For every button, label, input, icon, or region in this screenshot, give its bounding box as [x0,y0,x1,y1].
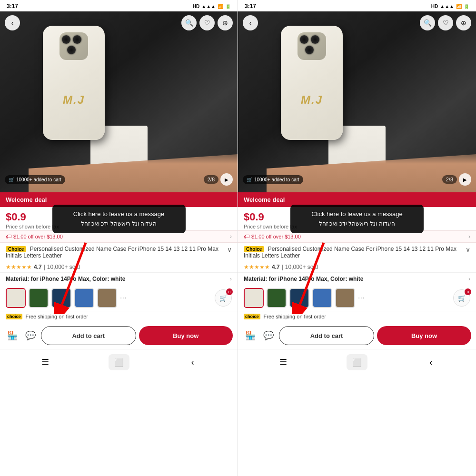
swatch-darkblue-right[interactable] [289,288,309,308]
status-bar-left: 3:17 HD ▲▲▲ 📶 🔋 [0,0,238,11]
swatch-brown-left[interactable] [97,288,117,308]
swatch-blue-right[interactable] [312,288,332,308]
action-bar-right: 🏪 💬 Add to cart Buy now [238,322,476,349]
shipping-text-left: Free shipping on first order [22,314,89,319]
monogram-right: M.J [301,93,323,107]
top-nav-left: ‹ 🔍 ♡ ⊕ [0,11,238,34]
swatches-row-right: ··· 🛒 8 [238,285,476,311]
bottom-nav-left: ☰ ⬜ ‹ [0,349,238,375]
tooltip-line2-right: העדוה ונל ריאשהל ידכ ואכ זחל [298,219,416,228]
next-image-button-left[interactable]: ▶ [220,173,233,186]
back-button-right[interactable]: ‹ [243,15,258,30]
product-title-left: Personalised Customized Name Case For iP… [6,246,218,259]
buy-now-button-right[interactable]: Buy now [377,326,471,345]
tooltip-overlay-left[interactable]: Click here to leave us a message העדוה ו… [0,205,238,233]
choice-badge-left: Choice [6,246,26,252]
shipping-bar-right: choice Free shipping on first order [238,311,476,322]
nav-back-right[interactable]: ‹ [423,355,438,370]
swatch-green-right[interactable] [267,288,287,308]
coupon-text-right: $1.00 off over $13.00 [251,234,301,239]
cart-swatch-btn-right[interactable]: 🛒 8 [453,289,470,307]
counter-pill-right: 2/8 [442,175,457,184]
product-image-right: M.J ‹ 🔍 ♡ ⊕ 🛒 10000+ added to cart [238,11,476,192]
tooltip-box-right[interactable]: Click here to leave us a message העדוה ו… [290,205,424,233]
swatch-brown-right[interactable] [335,288,355,308]
swatch-darkblue-left[interactable] [51,288,71,308]
coupon-icon-left: 🏷 [6,233,11,240]
tooltip-line1-right: Click here to leave us a message [298,209,416,219]
nav-home-left[interactable]: ⬜ [109,354,129,370]
swatch-white-right[interactable] [244,288,264,308]
material-row-left[interactable]: Material: for iPhone 14Pro Max, Color: w… [0,272,238,285]
monogram-left: M.J [63,93,85,107]
screen-left: 3:17 HD ▲▲▲ 📶 🔋 [0,0,238,476]
more-swatches-right[interactable]: ··· [358,294,364,302]
swatches-row-left: ··· 🛒 8 [0,285,238,311]
status-bar-right: 3:17 HD ▲▲▲ 📶 🔋 [238,0,476,11]
counter-pill-left: 2/8 [204,175,218,184]
choice-badge-right: Choice [244,246,264,252]
store-icon-right[interactable]: 🏪 [243,328,258,343]
back-button-left[interactable]: ‹ [5,15,20,30]
rating-num-right: 4.7 [272,264,280,270]
heart-button-left[interactable]: ♡ [199,15,215,30]
tooltip-overlay-right[interactable]: Click here to leave us a message העדוה ו… [238,205,476,233]
search-button-left[interactable]: 🔍 [181,15,197,30]
nav-menu-left[interactable]: ☰ [38,355,53,370]
sold-count-left: 10,000+ sold [47,264,80,270]
choice-small-right: choice [244,314,260,319]
time-left: 3:17 [7,3,18,10]
shipping-bar-left: choice Free shipping on first order [0,311,238,322]
top-nav-right: ‹ 🔍 ♡ ⊕ [238,11,476,34]
bottom-nav-right: ☰ ⬜ ‹ [238,349,476,375]
coupon-chevron-left: › [230,233,232,240]
tooltip-box-left[interactable]: Click here to leave us a message העדוה ו… [52,205,186,233]
cart-count-right: 10000+ added to cart [254,177,299,182]
coupon-text-left: $1.00 off over $13.00 [13,234,63,239]
sold-count-right: 10,000+ sold [285,264,318,270]
search-button-right[interactable]: 🔍 [420,15,435,30]
image-counter-left: 2/8 ▶ [204,173,233,186]
more-swatches-left[interactable]: ··· [120,294,126,302]
next-image-button-right[interactable]: ▶ [459,173,471,186]
nav-home-right[interactable]: ⬜ [347,354,367,370]
product-title-section-right: Choice Personalised Customized Name Case… [238,243,476,262]
cart-badge-right: 🛒 10000+ added to cart 2/8 ▶ [238,173,476,186]
chat-icon-left[interactable]: 💬 [23,328,38,343]
swatch-cart-count-left: 8 [226,288,233,295]
material-text-left: Material: for iPhone 14Pro Max, Color: w… [6,276,125,282]
coupon-chevron-right: › [468,233,470,240]
swatch-green-left[interactable] [29,288,49,308]
add-to-cart-button-left[interactable]: Add to cart [41,326,136,345]
tooltip-line2-left: העדוה ונל ריאשהל ידכ ואכ זחל [60,219,178,228]
coupon-icon-right: 🏷 [244,233,249,240]
material-row-right[interactable]: Material: for iPhone 14Pro Max, Color: w… [238,272,476,285]
product-title-right: Personalised Customized Name Case For iP… [244,246,456,259]
rating-num-left: 4.7 [34,264,42,270]
nav-back-left[interactable]: ‹ [185,355,200,370]
cart-swatch-btn-left[interactable]: 🛒 8 [215,289,232,307]
expand-btn-right[interactable]: ∨ [466,246,470,253]
share-button-right[interactable]: ⊕ [456,15,471,30]
nav-menu-right[interactable]: ☰ [276,355,291,370]
screen-right: 3:17 HD ▲▲▲ 📶 🔋 [238,0,476,476]
cart-badge-left: 🛒 10000+ added to cart 2/8 ▶ [0,173,238,186]
add-to-cart-button-right[interactable]: Add to cart [279,326,374,345]
expand-btn-left[interactable]: ∨ [227,246,232,253]
product-title-section-left: Choice Personalised Customized Name Case… [0,243,238,262]
store-icon-left[interactable]: 🏪 [5,328,20,343]
swatch-blue-left[interactable] [74,288,94,308]
action-bar-left: 🏪 💬 Add to cart Buy now [0,322,238,349]
chat-icon-right[interactable]: 💬 [261,328,276,343]
shipping-text-right: Free shipping on first order [260,314,327,319]
share-button-left[interactable]: ⊕ [218,15,233,30]
product-image-left: M.J ‹ 🔍 ♡ ⊕ 🛒 10000+ added to c [0,11,238,192]
rating-row-left: ★★★★★ 4.7 | 10,000+ sold [0,262,238,272]
rating-row-right: ★★★★★ 4.7 | 10,000+ sold [238,262,476,272]
heart-button-right[interactable]: ♡ [438,15,453,30]
status-icons-right: HD ▲▲▲ 📶 🔋 [431,4,469,9]
buy-now-button-left[interactable]: Buy now [139,326,233,345]
stars-left: ★★★★★ [6,264,32,270]
reviews-left: | [44,264,45,270]
swatch-white-left[interactable] [6,288,26,308]
